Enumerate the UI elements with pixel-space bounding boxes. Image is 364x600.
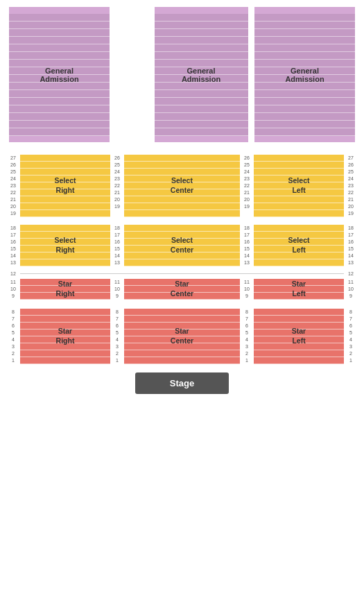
left-row-numbers-upper: 27 26 25 24 23 22 21 20 19 [6,155,20,217]
lower-star-section: 8 7 6 5 4 3 2 1 Star Right 8 7 [6,309,358,364]
inner-left-nums-mid: 18 17 16 15 14 13 [110,225,124,266]
left-row-numbers-mid: 18 17 16 15 14 13 [6,225,20,266]
star-right-upper[interactable]: Star Right [20,279,110,300]
inner-right-nums-star-upper: 11 10 9 [240,279,254,300]
select-left-upper[interactable]: Select Left [254,155,344,217]
stage-container: Stage [3,372,361,401]
left-row-numbers-star-lower: 8 7 6 5 4 3 2 1 [6,309,20,364]
inner-left-nums-upper: 26 25 24 23 22 21 20 19 [110,155,124,217]
ga-right-block[interactable]: General Admission [254,7,355,142]
ga-left-label: General Admission [40,67,78,83]
right-row-numbers-mid: 18 17 16 15 14 13 [344,225,358,266]
stage: Stage [135,372,229,394]
select-center-upper[interactable]: Select Center [124,155,240,217]
star-center-upper[interactable]: Star Center [124,279,240,300]
right-row-numbers-star-lower: 8 7 6 5 4 3 2 1 [344,309,358,364]
star-left-upper[interactable]: Star Left [254,279,344,300]
star-right-lower[interactable]: Star Right [20,309,110,364]
inner-left-nums-star-upper: 11 10 9 [110,279,124,300]
ga-center-label: General Admission [182,67,220,83]
row-12-divider: 12 12 [6,270,358,277]
select-center-mid[interactable]: Select Center [124,225,240,266]
upper-select-section: 27 26 25 24 23 22 21 20 19 Select Right [6,155,358,217]
inner-right-nums-star-lower: 8 7 6 5 4 3 2 1 [240,309,254,364]
right-row-numbers-upper: 27 26 25 24 23 22 21 20 19 [344,155,358,217]
left-row-numbers-star-upper: 11 10 9 [6,279,20,300]
select-right-upper[interactable]: Select Right [20,155,110,217]
select-right-mid[interactable]: Select Right [20,225,110,266]
ga-section: General Admission General Admission Gene… [3,7,361,142]
upper-star-section: 11 10 9 Star Right 11 10 9 Star Center [6,279,358,300]
star-left-lower[interactable]: Star Left [254,309,344,364]
inner-right-nums-upper: 26 25 24 23 22 21 20 19 [240,155,254,217]
mid-select-section: 18 17 16 15 14 13 Select Right 18 17 16 … [6,225,358,266]
right-row-numbers-star-upper: 11 10 9 [344,279,358,300]
venue-map: General Admission General Admission Gene… [0,0,364,408]
inner-left-nums-star-lower: 8 7 6 5 4 3 2 1 [110,309,124,364]
ga-right-label: General Admission [285,67,324,83]
inner-right-nums-mid: 18 17 16 15 14 13 [240,225,254,266]
ga-center-block[interactable]: General Admission [155,7,248,142]
seating-layout: 27 26 25 24 23 22 21 20 19 Select Right [3,155,361,364]
select-left-mid[interactable]: Select Left [254,225,344,266]
ga-left-block[interactable]: General Admission [9,7,110,142]
star-center-lower[interactable]: Star Center [124,309,240,364]
